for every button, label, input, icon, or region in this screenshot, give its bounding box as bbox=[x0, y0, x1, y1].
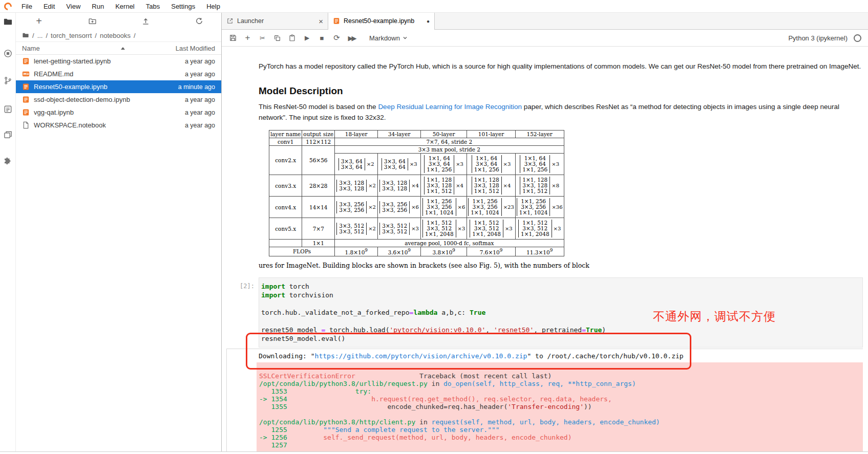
markdown-paragraph: PyTorch has a model repository called th… bbox=[259, 61, 863, 72]
cell-prompt-gutter: [2]: bbox=[222, 277, 259, 348]
code-token: 'pytorch/vision:v0.10.0' bbox=[389, 326, 485, 334]
cell-type-dropdown[interactable]: Markdown bbox=[369, 34, 408, 42]
menu-item-edit[interactable]: Edit bbox=[38, 3, 60, 10]
file-row[interactable]: vgg-qat.ipynba year ago bbox=[16, 106, 221, 119]
menu-item-run[interactable]: Run bbox=[86, 3, 110, 10]
menu-item-settings[interactable]: Settings bbox=[165, 3, 201, 10]
copy-cells-button[interactable] bbox=[270, 32, 284, 44]
arch-block-cell: 3×3, 2563×3, 256×6 bbox=[378, 197, 421, 218]
restart-run-all-button[interactable]: ▶▶ bbox=[345, 32, 360, 44]
file-row[interactable]: lenet-getting-started.ipynba year ago bbox=[16, 55, 221, 68]
code-token: , pretrained bbox=[534, 326, 582, 334]
arch-block-cell: 3×3, 2563×3, 256×2 bbox=[335, 197, 378, 218]
tb-token: SSLCertVerificationError bbox=[259, 372, 355, 380]
arch-cell bbox=[269, 240, 302, 247]
arch-block-cell: 1×1, 1283×3, 1281×1, 512×8 bbox=[515, 175, 564, 197]
menu-bar-items: FileEditViewRunKernelTabsSettingsHelp bbox=[16, 3, 226, 10]
tb-token: /opt/conda/lib/python3.8/urllib/request.… bbox=[259, 380, 428, 387]
save-button[interactable] bbox=[226, 32, 240, 44]
tab-notebook[interactable]: Resnet50-example.ipynb ● bbox=[328, 13, 435, 29]
markdown-cell[interactable]: PyTorch has a model repository called th… bbox=[222, 47, 868, 269]
interrupt-kernel-button[interactable]: ■ bbox=[315, 32, 329, 44]
cut-cells-button[interactable]: ✂ bbox=[256, 32, 269, 44]
file-row[interactable]: README.mda year ago bbox=[16, 68, 221, 80]
kernel-status-icon[interactable] bbox=[854, 34, 861, 42]
extension-manager-icon[interactable] bbox=[3, 156, 13, 166]
file-browser-icon[interactable] bbox=[3, 16, 13, 27]
file-row[interactable]: ssd-object-detection-demo.ipynba year ag… bbox=[16, 93, 221, 106]
column-header-name[interactable]: Name bbox=[22, 45, 40, 52]
paper-link[interactable]: Deep Residual Learning for Image Recogni… bbox=[378, 103, 522, 111]
file-name: README.md bbox=[34, 70, 73, 78]
tb-token: h.request(req.get_method(), req.selector… bbox=[287, 395, 612, 403]
code-line: resnet50_model.eval() bbox=[261, 334, 858, 343]
breadcrumb-separator: / bbox=[46, 32, 48, 39]
breadcrumb-item[interactable]: ... bbox=[37, 32, 43, 39]
git-icon[interactable] bbox=[3, 75, 13, 85]
tb-token: 1353 bbox=[259, 387, 287, 395]
open-tabs-icon[interactable] bbox=[3, 129, 13, 140]
running-kernels-icon[interactable] bbox=[3, 48, 13, 58]
menu-item-tabs[interactable]: Tabs bbox=[140, 3, 165, 10]
add-cell-button[interactable]: + bbox=[241, 32, 255, 44]
close-tab-icon[interactable]: × bbox=[319, 17, 323, 25]
code-token: a,b,c: bbox=[437, 309, 470, 316]
md-text: This ResNet-50 model is based on the bbox=[259, 103, 378, 111]
arch-block-cell: 3×3, 5123×3, 512×2 bbox=[335, 218, 378, 240]
code-token: = bbox=[582, 326, 586, 334]
tb-token: -> 1256 bbox=[259, 434, 287, 441]
flops-value: 3.6×109 bbox=[378, 247, 421, 256]
arch-cell: conv4.x bbox=[269, 197, 302, 218]
traceback-line: 1355 encode_chunked=req.has_header('Tran… bbox=[259, 403, 859, 410]
menu-item-file[interactable]: File bbox=[16, 3, 38, 10]
arch-cell: 7×7 bbox=[302, 218, 335, 240]
tb-token: encode_chunked=req.has_header( bbox=[287, 403, 507, 410]
code-token: True bbox=[586, 326, 602, 334]
tb-token: try: bbox=[355, 387, 371, 395]
paste-cells-button[interactable] bbox=[285, 32, 299, 44]
run-cell-button[interactable]: ▶ bbox=[300, 32, 314, 44]
stdout-token: " to /root/.cache/torch/hub/v0.10.0.zip bbox=[527, 352, 683, 360]
kernel-name[interactable]: Python 3 (ipykernel) bbox=[788, 34, 848, 42]
file-name: Resnet50-example.ipynb bbox=[34, 83, 108, 91]
stdout-token[interactable]: https://github.com/pytorch/vision/archiv… bbox=[315, 352, 527, 360]
new-launcher-button[interactable]: + bbox=[33, 15, 45, 27]
unsaved-dot-icon[interactable]: ● bbox=[427, 18, 430, 24]
tb-token: 1257 bbox=[259, 441, 287, 449]
arch-cell: conv5.x bbox=[269, 218, 302, 240]
traceback-line: /opt/conda/lib/python3.8/urllib/request.… bbox=[259, 380, 859, 387]
menu-bar: FileEditViewRunKernelTabsSettingsHelp bbox=[0, 0, 868, 13]
column-header-modified[interactable]: Last Modified bbox=[176, 45, 215, 52]
left-activity-bar bbox=[0, 13, 16, 454]
restart-kernel-button[interactable]: ⟳ bbox=[330, 32, 344, 44]
arch-block-cell: 3×3, 1283×3, 128×4 bbox=[378, 175, 421, 197]
file-row[interactable]: WORKSPACE.notebooka year ago bbox=[16, 119, 221, 132]
flops-value: 3.8×109 bbox=[421, 247, 467, 256]
tab-label: Launcher bbox=[237, 17, 264, 25]
arch-block-cell: 1×1, 2563×3, 2561×1, 1024×23 bbox=[467, 197, 516, 218]
menu-item-kernel[interactable]: Kernel bbox=[110, 3, 140, 10]
file-modified: a year ago bbox=[185, 109, 215, 116]
breadcrumb-item[interactable]: notebooks bbox=[100, 32, 131, 39]
refresh-button[interactable] bbox=[194, 15, 205, 27]
arch-block-cell: 1×1, 643×3, 641×1, 256×3 bbox=[421, 154, 467, 175]
file-name: WORKSPACE.notebook bbox=[34, 121, 106, 129]
code-token: torch.hub.load( bbox=[325, 326, 389, 334]
code-token: torchvision bbox=[285, 291, 333, 299]
home-folder-icon[interactable] bbox=[22, 32, 29, 39]
menu-item-view[interactable]: View bbox=[60, 3, 86, 10]
breadcrumb-item[interactable]: torch_tensorrt bbox=[51, 32, 92, 39]
file-row[interactable]: Resnet50-example.ipynba minute ago bbox=[16, 80, 221, 93]
arch-cell: conv1 bbox=[269, 138, 302, 146]
code-token: , bbox=[485, 326, 494, 334]
arch-cell: 28×28 bbox=[302, 175, 335, 197]
traceback-line: 1353 try: bbox=[259, 387, 859, 395]
notebook-file-icon bbox=[22, 57, 30, 65]
tab-launcher[interactable]: Launcher × bbox=[222, 13, 328, 29]
menu-item-help[interactable]: Help bbox=[201, 3, 226, 10]
upload-button[interactable] bbox=[140, 15, 152, 27]
property-inspector-icon[interactable] bbox=[3, 104, 13, 114]
resnet-architecture-table-image: layer nameoutput size18-layer34-layer50-… bbox=[259, 130, 863, 269]
cell-type-value: Markdown bbox=[369, 34, 400, 42]
new-folder-button[interactable] bbox=[87, 15, 98, 27]
